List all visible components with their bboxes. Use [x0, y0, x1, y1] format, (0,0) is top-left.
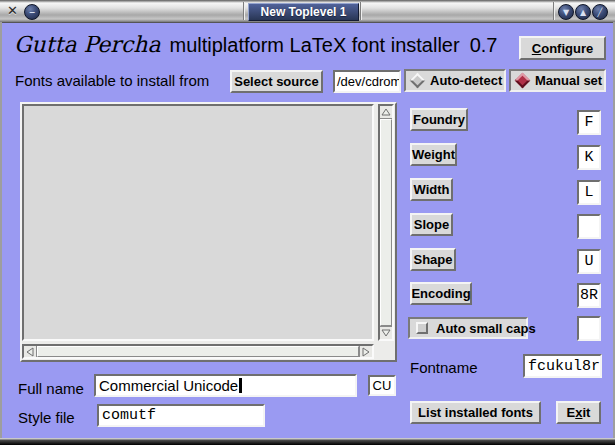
vertical-scroll-thumb[interactable] [380, 119, 392, 326]
scroll-left-icon[interactable] [24, 346, 37, 357]
app-window: ✕ − New Toplevel 1 ▼ ▲ ╱ Gutta Percha mu… [0, 0, 615, 445]
weight-button[interactable]: Weight [410, 143, 457, 166]
window-menu-icon[interactable]: − [24, 4, 40, 20]
text-cursor [239, 378, 242, 393]
radio-diamond-selected-icon [515, 73, 531, 89]
scroll-up-icon[interactable] [380, 106, 392, 119]
manual-set-label: Manual set [535, 73, 602, 88]
select-source-button[interactable]: Select source [230, 70, 323, 93]
auto-small-caps-checkbox[interactable]: Auto small caps [408, 317, 528, 339]
app-title-text: multiplatform LaTeX font installer [170, 34, 460, 57]
abbrev-field[interactable]: CU [368, 375, 396, 396]
window-border-bottom [0, 438, 615, 445]
titlebar-divider [360, 2, 362, 20]
source-label: Fonts available to install from [15, 72, 209, 89]
list-installed-fonts-button[interactable]: List installed fonts [410, 401, 541, 424]
app-brand: Gutta Percha [14, 32, 161, 57]
full-name-label: Full name [18, 380, 84, 397]
slope-button[interactable]: Slope [410, 213, 453, 236]
window-resize-icon[interactable]: ╱ [592, 4, 608, 20]
manual-set-radio[interactable]: Manual set [509, 69, 606, 92]
window-shade-icon[interactable]: ▼ [558, 4, 574, 20]
font-list[interactable] [22, 104, 374, 341]
horizontal-scrollbar[interactable] [22, 344, 374, 359]
radio-diamond-icon [410, 73, 426, 89]
width-button[interactable]: Width [410, 178, 453, 201]
scroll-down-icon[interactable] [380, 326, 392, 339]
vertical-scrollbar[interactable] [378, 104, 394, 341]
shape-button[interactable]: Shape [410, 248, 456, 271]
fontname-label: Fontname [410, 359, 478, 376]
exit-button[interactable]: Exit [556, 401, 601, 424]
page-title: Gutta Percha multiplatform LaTeX font in… [14, 32, 497, 60]
window-border-left [0, 22, 2, 438]
app-version: 0.7 [470, 34, 498, 57]
style-file-input[interactable]: comutf [97, 404, 265, 427]
width-field[interactable]: L [577, 180, 601, 205]
auto-detect-label: Auto-detect [430, 73, 502, 88]
configure-button[interactable]: Configure [519, 36, 606, 60]
checkbox-icon [416, 322, 428, 334]
foundry-field[interactable]: F [577, 110, 601, 135]
titlebar-divider [553, 2, 555, 20]
horizontal-scroll-thumb[interactable] [37, 346, 359, 357]
scroll-right-icon[interactable] [359, 346, 372, 357]
encoding-field[interactable]: 8R [577, 283, 601, 308]
auto-detect-radio[interactable]: Auto-detect [404, 69, 506, 92]
full-name-input[interactable]: Commercial Unicode [94, 374, 357, 397]
shape-field[interactable]: U [577, 249, 601, 274]
small-caps-field[interactable] [577, 316, 601, 341]
window-maximize-icon[interactable]: ▲ [575, 4, 591, 20]
style-file-label: Style file [18, 409, 75, 426]
fontname-field[interactable]: fcukul8r [523, 354, 602, 378]
slope-field[interactable] [577, 214, 601, 239]
device-input[interactable]: /dev/cdrom [333, 70, 401, 93]
auto-small-caps-label: Auto small caps [436, 321, 536, 336]
window-pin-icon[interactable]: ✕ [5, 3, 20, 18]
full-name-value: Commercial Unicode [99, 377, 238, 394]
window-title: New Toplevel 1 [248, 3, 359, 21]
titlebar: ✕ − New Toplevel 1 ▼ ▲ ╱ [0, 0, 615, 23]
titlebar-divider [243, 2, 245, 20]
foundry-button[interactable]: Foundry [410, 108, 468, 131]
weight-field[interactable]: K [577, 145, 601, 170]
encoding-button[interactable]: Encoding [410, 282, 472, 305]
